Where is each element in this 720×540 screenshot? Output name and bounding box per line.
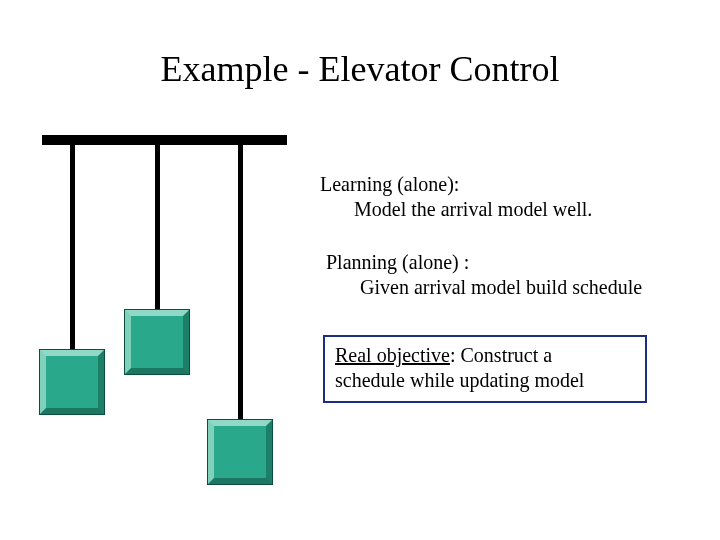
elevator-car-2 xyxy=(125,310,189,374)
learning-block: Learning (alone): Model the arrival mode… xyxy=(320,172,680,222)
elevator-top-bar xyxy=(42,135,287,145)
elevator-car-1 xyxy=(40,350,104,414)
planning-heading: Planning (alone) : xyxy=(326,250,706,275)
learning-heading: Learning (alone): xyxy=(320,172,680,197)
objective-line-2: schedule while updating model xyxy=(335,368,635,393)
slide-title: Example - Elevator Control xyxy=(0,48,720,90)
objective-rest-1: : Construct a xyxy=(450,344,552,366)
planning-block: Planning (alone) : Given arrival model b… xyxy=(326,250,706,300)
elevator-car-3 xyxy=(208,420,272,484)
objective-block: Real objective: Construct a schedule whi… xyxy=(323,335,647,403)
planning-body: Given arrival model build schedule xyxy=(326,275,706,300)
elevator-shaft-1 xyxy=(70,145,75,380)
objective-line-1: Real objective: Construct a xyxy=(335,343,635,368)
elevator-shaft-3 xyxy=(238,145,243,450)
objective-lead: Real objective xyxy=(335,344,450,366)
learning-body: Model the arrival model well. xyxy=(320,197,680,222)
